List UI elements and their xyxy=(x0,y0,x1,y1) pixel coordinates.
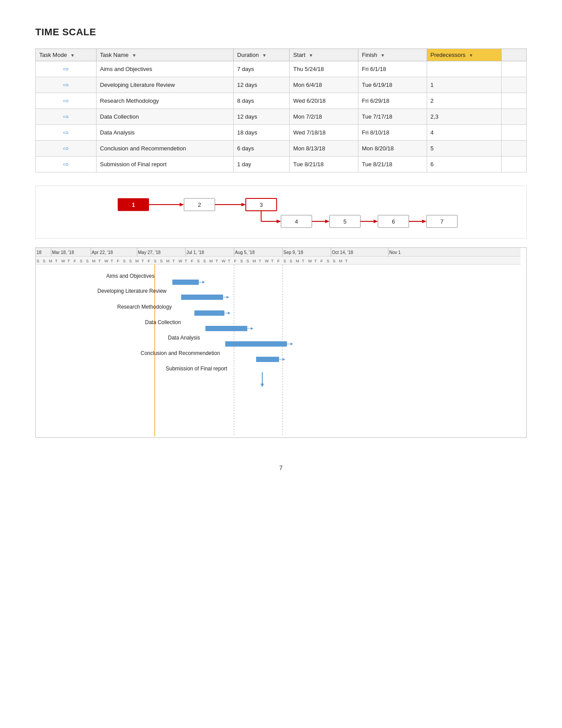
th-duration[interactable]: Duration ▼ xyxy=(234,49,290,61)
table-row: ⇨Data Collection12 daysMon 7/2/18Tue 7/1… xyxy=(36,109,527,125)
task-mode-icon: ⇨ xyxy=(63,145,69,152)
svg-marker-7 xyxy=(242,203,246,206)
task-mode-icon: ⇨ xyxy=(63,129,69,136)
task-predecessors-cell: 5 xyxy=(427,141,502,157)
task-start-cell: Thu 5/24/18 xyxy=(290,61,358,77)
gantt-svg: 18 Mar 18, '18 Apr 22, '18 May 27, '18 J… xyxy=(36,248,521,437)
svg-marker-3 xyxy=(180,203,184,206)
th-extra xyxy=(502,49,527,61)
task-mode-icon: ⇨ xyxy=(63,97,69,105)
svg-text:T: T xyxy=(216,259,218,263)
svg-marker-16 xyxy=(325,220,330,223)
svg-text:S: S xyxy=(327,259,329,263)
task-start-cell: Mon 6/4/18 xyxy=(290,77,358,93)
task-mode-cell: ⇨ xyxy=(36,61,97,77)
task-predecessors-cell xyxy=(427,61,502,77)
task-duration-cell: 8 days xyxy=(234,93,290,109)
gantt-chart: 18 Mar 18, '18 Apr 22, '18 May 27, '18 J… xyxy=(35,247,527,438)
task-duration-cell: 18 days xyxy=(234,125,290,141)
svg-text:T: T xyxy=(228,259,231,263)
svg-text:T: T xyxy=(259,259,261,263)
task-mode-cell: ⇨ xyxy=(36,141,97,157)
task-extra-cell xyxy=(502,157,527,172)
svg-text:M: M xyxy=(166,259,170,263)
svg-text:S: S xyxy=(86,259,89,263)
th-task-mode[interactable]: Task Mode ▼ xyxy=(36,49,97,61)
svg-text:May 27, '18: May 27, '18 xyxy=(138,250,161,255)
svg-text:S: S xyxy=(37,259,39,263)
task-duration-cell: 7 days xyxy=(234,61,290,77)
task-mode-icon: ⇨ xyxy=(63,81,69,89)
svg-text:T: T xyxy=(302,259,305,263)
network-svg: 1 2 3 4 5 6 7 xyxy=(36,186,526,239)
table-row: ⇨Developing Literature Review12 daysMon … xyxy=(36,77,527,93)
svg-text:T: T xyxy=(185,259,187,263)
svg-text:T: T xyxy=(345,259,348,263)
task-predecessors-cell: 4 xyxy=(427,125,502,141)
svg-text:T: T xyxy=(271,259,274,263)
task-duration-cell: 1 day xyxy=(234,157,290,172)
svg-text:Sep 9, '18: Sep 9, '18 xyxy=(283,250,303,255)
svg-text:F: F xyxy=(277,259,280,263)
svg-text:F: F xyxy=(191,259,194,263)
svg-text:T: T xyxy=(111,259,113,263)
th-finish[interactable]: Finish ▼ xyxy=(358,49,427,61)
task-extra-cell xyxy=(502,61,527,77)
svg-text:T: T xyxy=(172,259,175,263)
svg-text:S: S xyxy=(246,259,249,263)
svg-text:M: M xyxy=(49,259,52,263)
svg-text:M: M xyxy=(92,259,96,263)
svg-text:M: M xyxy=(135,259,139,263)
svg-text:Nov 1: Nov 1 xyxy=(389,250,401,255)
svg-text:Jul 1, '18: Jul 1, '18 xyxy=(186,250,204,255)
svg-text:4: 4 xyxy=(295,218,298,225)
svg-text:Conclusion and Recommendetion: Conclusion and Recommendetion xyxy=(141,350,220,356)
task-mode-icon: ⇨ xyxy=(63,113,69,120)
task-finish-cell: Fri 6/1/18 xyxy=(358,61,427,77)
task-name-cell: Submission of Final report xyxy=(96,157,233,172)
svg-text:W: W xyxy=(179,259,182,263)
svg-text:Oct 14, '18: Oct 14, '18 xyxy=(332,250,353,255)
network-diagram: 1 2 3 4 5 6 7 xyxy=(35,186,527,239)
task-duration-cell: 6 days xyxy=(234,141,290,157)
svg-text:F: F xyxy=(234,259,237,263)
task-name-cell: Research Methodology xyxy=(96,93,233,109)
task-extra-cell xyxy=(502,77,527,93)
task-mode-cell: ⇨ xyxy=(36,93,97,109)
svg-text:S: S xyxy=(123,259,126,263)
svg-text:1: 1 xyxy=(132,202,135,208)
svg-text:5: 5 xyxy=(343,218,346,225)
svg-text:S: S xyxy=(203,259,206,263)
svg-text:T: T xyxy=(141,259,144,263)
table-row: ⇨Data Analysis18 daysWed 7/18/18Fri 8/10… xyxy=(36,125,527,141)
task-name-cell: Data Analysis xyxy=(96,125,233,141)
svg-text:M: M xyxy=(253,259,256,263)
svg-text:Mar 18, '18: Mar 18, '18 xyxy=(52,250,74,255)
task-name-cell: Aims and Objectives xyxy=(96,61,233,77)
svg-marker-24 xyxy=(422,220,427,223)
svg-text:2: 2 xyxy=(198,202,201,208)
svg-text:S: S xyxy=(197,259,200,263)
task-table: Task Mode ▼ Task Name ▼ Duration ▼ Start… xyxy=(35,49,527,172)
page-title: TIME SCALE xyxy=(35,26,527,38)
task-start-cell: Mon 7/2/18 xyxy=(290,109,358,125)
task-mode-cell: ⇨ xyxy=(36,109,97,125)
task-finish-cell: Fri 6/29/18 xyxy=(358,93,427,109)
svg-text:S: S xyxy=(290,259,292,263)
task-mode-icon: ⇨ xyxy=(63,161,69,168)
svg-text:6: 6 xyxy=(392,218,395,225)
svg-rect-124 xyxy=(256,357,279,362)
th-task-name[interactable]: Task Name ▼ xyxy=(96,49,233,61)
th-start[interactable]: Start ▼ xyxy=(290,49,358,61)
task-mode-cell: ⇨ xyxy=(36,157,97,172)
task-name-cell: Conclusion and Recommendetion xyxy=(96,141,233,157)
task-mode-cell: ⇨ xyxy=(36,77,97,93)
task-finish-cell: Tue 7/17/18 xyxy=(358,109,427,125)
svg-text:M: M xyxy=(339,259,342,263)
svg-rect-112 xyxy=(194,310,224,316)
svg-text:W: W xyxy=(308,259,312,263)
task-duration-cell: 12 days xyxy=(234,109,290,125)
task-name-cell: Data Collection xyxy=(96,109,233,125)
task-start-cell: Wed 7/18/18 xyxy=(290,125,358,141)
th-predecessors[interactable]: Predecessors ▼ xyxy=(427,49,502,61)
